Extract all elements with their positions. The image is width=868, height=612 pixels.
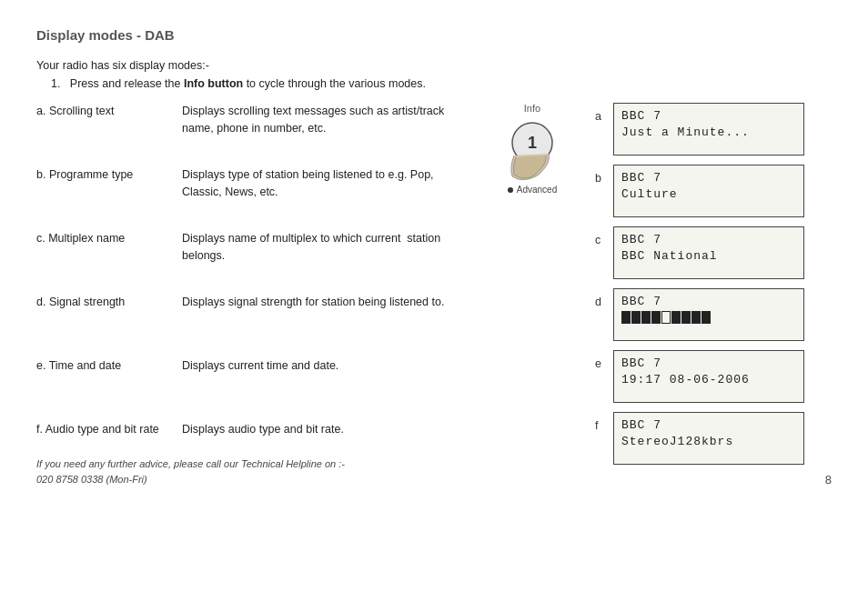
main-layout: a. Scrolling text Displays scrolling tex… [36, 103, 832, 485]
letter-d: d [595, 288, 606, 308]
lcd-b-line2: Culture [621, 187, 796, 201]
intro-text: Your radio has six display modes:- [36, 59, 832, 72]
lcd-c-line2: BBC National [621, 249, 796, 263]
footer: If you need any further advice, please c… [36, 456, 832, 487]
mode-label-c: c. Multiplex name [36, 230, 182, 277]
lcd-a-line2: Just a Minute... [621, 125, 796, 139]
page-container: Display modes - DAB Your radio has six d… [0, 0, 868, 503]
mode-row-d: d. Signal strength Displays signal stren… [36, 294, 473, 341]
letter-a: a [595, 103, 606, 123]
mode-row-e: e. Time and date Displays current time a… [36, 357, 473, 405]
display-row-d: d BBC 7 [595, 288, 804, 341]
page-number: 8 [825, 473, 832, 487]
info-button-illustration: Info 1 Advanced [473, 103, 591, 485]
bar-2 [631, 311, 641, 324]
bar-5 [661, 311, 671, 324]
mode-row-b: b. Programme type Displays type of stati… [36, 166, 473, 214]
info-button-area: Info 1 Advanced [496, 103, 569, 195]
lcd-d-line1: BBC 7 [621, 295, 796, 308]
mode-label-a: a. Scrolling text [36, 103, 182, 150]
footer-line1: If you need any further advice, please c… [36, 456, 345, 472]
advanced-label: Advanced [508, 185, 557, 195]
mode-desc-c: Displays name of multiplex to which curr… [182, 230, 473, 277]
lcd-b-line1: BBC 7 [621, 171, 796, 185]
display-row-b: b BBC 7 Culture [595, 165, 804, 217]
bar-9 [701, 311, 711, 324]
mode-row-a: a. Scrolling text Displays scrolling tex… [36, 103, 473, 150]
page-title: Display modes - DAB [36, 27, 832, 43]
info-label: Info [524, 103, 540, 114]
mode-desc-d: Displays signal strength for station bei… [182, 294, 473, 341]
mode-label-e: e. Time and date [36, 357, 182, 405]
mode-desc-a: Displays scrolling text messages such as… [182, 103, 473, 150]
info-button-reference: Info button [184, 77, 243, 90]
letter-c: c [595, 226, 606, 246]
bar-7 [681, 311, 691, 324]
lcd-a: BBC 7 Just a Minute... [613, 103, 804, 156]
bar-6 [671, 311, 681, 324]
lcd-e: BBC 7 19:17 08-06-2006 [613, 350, 804, 403]
lcd-d: BBC 7 [613, 288, 804, 341]
mode-desc-b: Displays type of station being listened … [182, 166, 473, 214]
signal-bars [621, 311, 796, 324]
bar-4 [651, 311, 661, 324]
letter-e: e [595, 350, 606, 370]
lcd-e-line2: 19:17 08-06-2006 [621, 373, 796, 386]
lcd-c-line1: BBC 7 [621, 233, 796, 246]
display-row-a: a BBC 7 Just a Minute... [595, 103, 804, 156]
footer-text: If you need any further advice, please c… [36, 456, 345, 487]
lcd-b: BBC 7 Culture [613, 165, 804, 217]
advanced-dot [508, 187, 513, 193]
lcd-f-line2: StereoJ128kbrs [621, 435, 796, 448]
letter-b: b [595, 165, 606, 185]
display-row-c: c BBC 7 BBC National [595, 226, 804, 279]
modes-list: a. Scrolling text Displays scrolling tex… [36, 103, 473, 485]
letter-f: f [595, 412, 606, 432]
bar-3 [641, 311, 651, 324]
bar-8 [691, 311, 701, 324]
lcd-e-line1: BBC 7 [621, 356, 796, 370]
lcd-f-line1: BBC 7 [621, 418, 796, 432]
footer-line2: 020 8758 0338 (Mon-Fri) [36, 472, 345, 487]
lcd-displays: a BBC 7 Just a Minute... b BBC 7 Culture [595, 103, 804, 485]
mode-row-c: c. Multiplex name Displays name of multi… [36, 230, 473, 277]
mode-label-d: d. Signal strength [36, 294, 182, 341]
mode-desc-e: Displays current time and date. [182, 357, 473, 405]
mode-label-b: b. Programme type [36, 166, 182, 214]
lcd-a-line1: BBC 7 [621, 109, 796, 123]
instruction-text: 1. Press and release the Info button to … [51, 77, 832, 90]
lcd-c: BBC 7 BBC National [613, 226, 804, 279]
svg-text:1: 1 [528, 134, 537, 152]
displays-area: a BBC 7 Just a Minute... b BBC 7 Culture [591, 103, 832, 485]
bar-1 [621, 311, 631, 324]
display-row-e: e BBC 7 19:17 08-06-2006 [595, 350, 804, 403]
knob-svg: 1 [496, 117, 569, 181]
